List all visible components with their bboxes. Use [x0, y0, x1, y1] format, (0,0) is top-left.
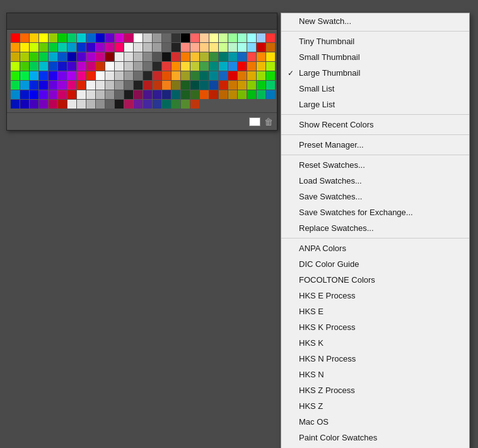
- swatch-154[interactable]: [143, 81, 152, 90]
- swatch-64[interactable]: [86, 52, 95, 61]
- swatch-40[interactable]: [124, 43, 133, 52]
- swatch-160[interactable]: [200, 81, 209, 90]
- swatch-158[interactable]: [181, 81, 190, 90]
- swatch-166[interactable]: [257, 81, 265, 90]
- swatch-30[interactable]: [30, 43, 38, 52]
- swatch-18[interactable]: [181, 33, 190, 42]
- swatch-202[interactable]: [67, 100, 76, 109]
- swatch-130[interactable]: [181, 71, 190, 80]
- swatch-123[interactable]: [115, 71, 124, 80]
- swatch-193[interactable]: [247, 90, 256, 99]
- swatch-12[interactable]: [124, 33, 133, 42]
- swatch-68[interactable]: [124, 52, 133, 61]
- swatch-33[interactable]: [58, 43, 67, 52]
- swatch-118[interactable]: [67, 71, 76, 80]
- swatch-99[interactable]: [153, 62, 161, 71]
- swatch-109[interactable]: [247, 62, 256, 71]
- swatch-78[interactable]: [219, 52, 228, 61]
- swatch-199[interactable]: [39, 100, 48, 109]
- swatch-119[interactable]: [77, 71, 86, 80]
- swatch-188[interactable]: [200, 90, 209, 99]
- swatch-34[interactable]: [67, 43, 76, 52]
- swatch-180[interactable]: [124, 90, 133, 99]
- swatch-207[interactable]: [115, 100, 124, 109]
- menu-item-1-1[interactable]: Small Thumbnail: [281, 49, 469, 65]
- swatch-131[interactable]: [190, 71, 199, 80]
- swatch-151[interactable]: [115, 81, 124, 90]
- swatch-85[interactable]: [20, 62, 29, 71]
- menu-item-3-0[interactable]: Preset Manager...: [281, 137, 469, 153]
- swatch-60[interactable]: [49, 52, 57, 61]
- swatch-57[interactable]: [20, 52, 29, 61]
- swatch-139[interactable]: [266, 71, 275, 80]
- swatch-140[interactable]: [11, 81, 20, 90]
- swatch-35[interactable]: [77, 43, 86, 52]
- swatch-79[interactable]: [228, 52, 237, 61]
- menu-item-5-2[interactable]: FOCOLTONE Colors: [281, 272, 469, 288]
- swatch-29[interactable]: [20, 43, 29, 52]
- delete-swatch-icon[interactable]: 🗑: [264, 117, 273, 127]
- menu-item-1-2[interactable]: Large Thumbnail: [281, 65, 469, 81]
- swatch-104[interactable]: [200, 62, 209, 71]
- swatch-65[interactable]: [96, 52, 105, 61]
- swatch-111[interactable]: [266, 62, 275, 71]
- swatch-80[interactable]: [238, 52, 247, 61]
- swatch-41[interactable]: [134, 43, 143, 52]
- swatch-204[interactable]: [86, 100, 95, 109]
- swatch-112[interactable]: [11, 71, 20, 80]
- swatch-6[interactable]: [67, 33, 76, 42]
- swatch-147[interactable]: [77, 81, 86, 90]
- swatch-120[interactable]: [86, 71, 95, 80]
- menu-item-5-9[interactable]: HKS Z Process: [281, 382, 469, 398]
- swatch-124[interactable]: [124, 71, 133, 80]
- swatch-8[interactable]: [86, 33, 95, 42]
- swatch-129[interactable]: [172, 71, 180, 80]
- swatch-69[interactable]: [134, 52, 143, 61]
- swatch-162[interactable]: [219, 81, 228, 90]
- swatch-213[interactable]: [172, 100, 180, 109]
- swatch-152[interactable]: [124, 81, 133, 90]
- swatch-174[interactable]: [67, 90, 76, 99]
- swatch-61[interactable]: [58, 52, 67, 61]
- swatch-201[interactable]: [58, 100, 67, 109]
- swatch-9[interactable]: [96, 33, 105, 42]
- swatch-177[interactable]: [96, 90, 105, 99]
- swatch-156[interactable]: [162, 81, 171, 90]
- swatch-168[interactable]: [11, 90, 20, 99]
- swatch-194[interactable]: [257, 90, 265, 99]
- swatch-26[interactable]: [257, 33, 265, 42]
- swatch-22[interactable]: [219, 33, 228, 42]
- swatch-86[interactable]: [30, 62, 38, 71]
- swatch-4[interactable]: [49, 33, 57, 42]
- swatch-15[interactable]: [153, 33, 161, 42]
- swatch-178[interactable]: [105, 90, 114, 99]
- swatch-91[interactable]: [77, 62, 86, 71]
- swatch-197[interactable]: [20, 100, 29, 109]
- swatch-20[interactable]: [200, 33, 209, 42]
- menu-item-5-11[interactable]: Mac OS: [281, 414, 469, 430]
- swatch-27[interactable]: [266, 33, 275, 42]
- swatch-58[interactable]: [30, 52, 38, 61]
- swatch-75[interactable]: [190, 52, 199, 61]
- swatch-116[interactable]: [49, 71, 57, 80]
- swatch-171[interactable]: [39, 90, 48, 99]
- swatch-161[interactable]: [209, 81, 218, 90]
- swatch-208[interactable]: [124, 100, 133, 109]
- swatch-71[interactable]: [153, 52, 161, 61]
- swatch-135[interactable]: [228, 71, 237, 80]
- swatch-97[interactable]: [134, 62, 143, 71]
- swatch-10[interactable]: [105, 33, 114, 42]
- swatch-128[interactable]: [162, 71, 171, 80]
- swatch-42[interactable]: [143, 43, 152, 52]
- swatch-182[interactable]: [143, 90, 152, 99]
- swatch-17[interactable]: [172, 33, 180, 42]
- swatch-101[interactable]: [172, 62, 180, 71]
- swatch-1[interactable]: [20, 33, 29, 42]
- swatch-5[interactable]: [58, 33, 67, 42]
- swatch-84[interactable]: [11, 62, 20, 71]
- menu-item-5-12[interactable]: Paint Color Swatches: [281, 430, 469, 445]
- swatch-24[interactable]: [238, 33, 247, 42]
- swatch-176[interactable]: [86, 90, 95, 99]
- swatch-148[interactable]: [86, 81, 95, 90]
- swatch-150[interactable]: [105, 81, 114, 90]
